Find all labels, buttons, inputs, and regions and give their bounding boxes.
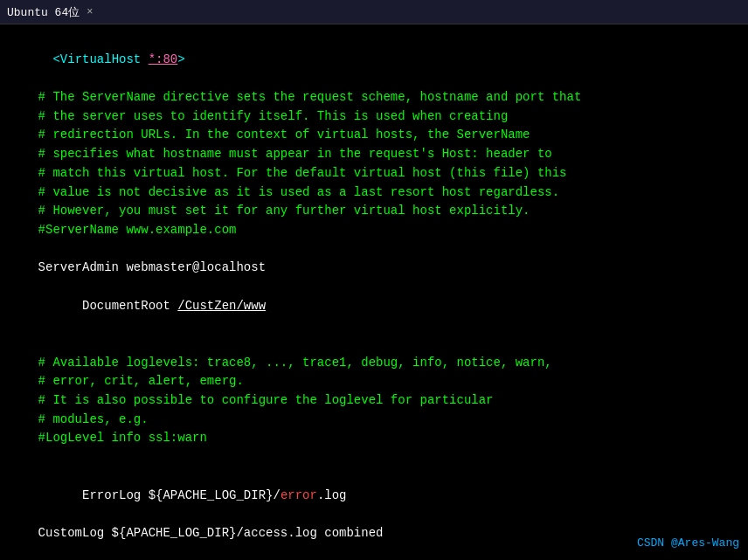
line-errorlog: ErrorLog ${APACHE_LOG_DIR}/error.log: [9, 467, 739, 524]
line-virtualhost-open: <VirtualHost *:80>: [9, 31, 739, 88]
watermark: CSDN @Ares-Wang: [637, 536, 739, 550]
line-comment6: # value is not decisive as it is used as…: [9, 183, 739, 203]
line-blank4: [9, 543, 739, 560]
terminal: <VirtualHost *:80> # The ServerName dire…: [0, 24, 748, 560]
line-comment2: # the server uses to identify itself. Th…: [9, 107, 739, 127]
line-comment4: # specifies what hostname must appear in…: [9, 145, 739, 164]
line-comment5: # match this virtual host. For the defau…: [9, 164, 739, 183]
line-comment10: # error, crit, alert, emerg.: [9, 372, 739, 391]
title-bar: Ubuntu 64位 ×: [0, 0, 748, 24]
line-comment1: # The ServerName directive sets the requ…: [9, 88, 739, 107]
line-blank1: [9, 240, 739, 259]
line-comment13: #LogLevel info ssl:warn: [9, 429, 739, 448]
line-comment11: # It is also possible to configure the l…: [9, 391, 739, 411]
line-comment12: # modules, e.g.: [9, 411, 739, 430]
code-area: <VirtualHost *:80> # The ServerName dire…: [0, 31, 748, 560]
close-button[interactable]: ×: [87, 6, 93, 18]
line-comment7: # However, you must set it for any furth…: [9, 202, 739, 221]
line-customlog: CustomLog ${APACHE_LOG_DIR}/access.log c…: [9, 524, 739, 543]
line-blank2: [9, 335, 739, 354]
line-serveradmin: ServerAdmin webmaster@localhost: [9, 259, 739, 278]
line-comment9: # Available loglevels: trace8, ..., trac…: [9, 354, 739, 373]
line-docroot: DocumentRoot /CustZen/www: [9, 278, 739, 335]
title-text: Ubuntu 64位: [7, 4, 80, 20]
line-comment8: #ServerName www.example.com: [9, 221, 739, 240]
line-comment3: # redirection URLs. In the context of vi…: [9, 126, 739, 145]
line-blank3: [9, 448, 739, 467]
